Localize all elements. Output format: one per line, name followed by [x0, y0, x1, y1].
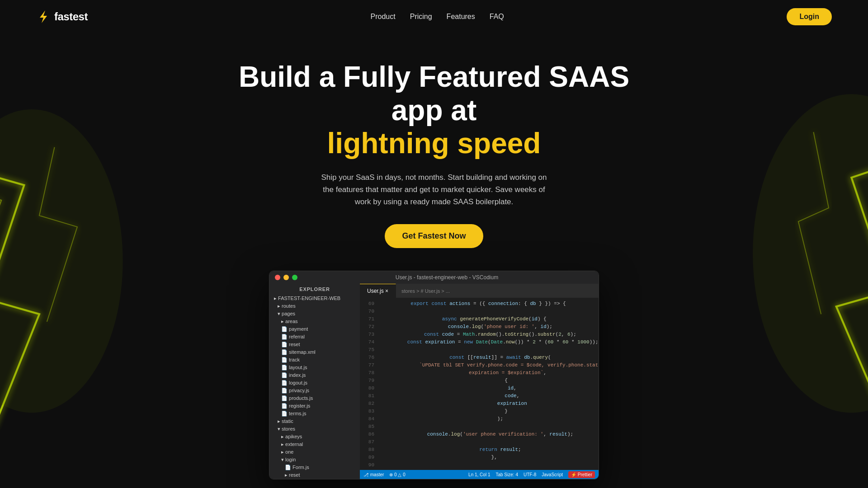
code-titlebar: User.js - fastest-engineer-web - VSCodiu…	[269, 271, 599, 284]
nav-features[interactable]: Features	[447, 13, 475, 20]
breadcrumb: stores > # User.js > ...	[396, 288, 599, 294]
logo-icon	[36, 9, 51, 24]
file-item[interactable]: 📄 layout.js	[269, 364, 360, 371]
status-language: JavaScript	[542, 472, 563, 477]
code-text: export const actions = ({ connection: { …	[378, 298, 599, 470]
nav-pricing[interactable]: Pricing	[410, 13, 432, 20]
file-item[interactable]: ▸ external	[269, 441, 360, 448]
hero-subtext: Ship your SaaS in days, not months. Star…	[316, 171, 552, 208]
file-item[interactable]: ▸ areas	[269, 318, 360, 325]
svg-marker-0	[40, 10, 47, 23]
file-item[interactable]: 📄 register.js	[269, 402, 360, 410]
hero-content: Build a Fully Featured SAAS app at light…	[9, 61, 859, 248]
file-item[interactable]: 📄 Form.js	[269, 464, 360, 471]
status-errors: ⊗ 0 △ 0	[389, 472, 405, 477]
file-item[interactable]: 📄 index.js	[269, 371, 360, 379]
window-minimize-dot	[283, 275, 289, 280]
file-item[interactable]: 📄 logout.js	[269, 379, 360, 387]
status-encoding: UTF-8	[524, 472, 536, 477]
file-item[interactable]: ▸ apikeys	[269, 433, 360, 441]
file-item[interactable]: 📄 terms.js	[269, 410, 360, 418]
login-button[interactable]: Login	[787, 8, 832, 25]
file-tree: ▸ FASTEST-ENGINEER-WEB ▸ routes ▾ pages …	[269, 295, 360, 479]
file-item[interactable]: ▸ one	[269, 448, 360, 456]
file-item[interactable]: 📄 products.js	[269, 394, 360, 402]
status-branch: ⎇ master	[363, 472, 384, 477]
file-item[interactable]: ▸ reset	[269, 471, 360, 479]
navbar: fastest Product Pricing Features FAQ Log…	[0, 0, 868, 33]
window-maximize-dot	[292, 275, 297, 280]
code-window: User.js - fastest-engineer-web - VSCodiu…	[269, 271, 599, 479]
file-sidebar: Explorer ▸ FASTEST-ENGINEER-WEB ▸ routes…	[269, 284, 360, 479]
status-bar: ⎇ master ⊗ 0 △ 0 Ln 1, Col 1 Tab Size: 4…	[360, 470, 599, 479]
hero-headline: Build a Fully Featured SAAS app at light…	[231, 61, 637, 160]
code-tab-user[interactable]: User.js ×	[360, 284, 396, 298]
code-tabs: User.js × stores > # User.js > ...	[360, 284, 599, 298]
status-tab: Tab Size: 4	[495, 472, 518, 477]
file-item[interactable]: ▾ stores	[269, 425, 360, 433]
nav-faq[interactable]: FAQ	[490, 13, 504, 20]
cta-button[interactable]: Get Fastest Now	[385, 224, 483, 248]
status-extension: ⚡ Prettier	[568, 471, 595, 478]
sidebar-header: Explorer	[269, 284, 360, 295]
titlebar-title: User.js - fastest-engineer-web - VSCodiu…	[301, 274, 593, 281]
hero-highlight: lightning speed	[327, 127, 541, 160]
code-content: 69 70 71 72 73 74 75 76 77 78 79 80 81 8…	[360, 298, 599, 470]
nav-links: Product Pricing Features FAQ	[371, 13, 504, 21]
nav-product[interactable]: Product	[371, 13, 396, 20]
file-item[interactable]: ▾ login	[269, 456, 360, 464]
window-close-dot	[275, 275, 280, 280]
code-body: Explorer ▸ FASTEST-ENGINEER-WEB ▸ routes…	[269, 284, 599, 479]
file-item[interactable]: 📄 payment	[269, 325, 360, 333]
hero-section: Build a Fully Featured SAAS app at light…	[0, 33, 868, 488]
file-item[interactable]: ▸ FASTEST-ENGINEER-WEB	[269, 295, 360, 302]
file-item[interactable]: 📄 track	[269, 356, 360, 364]
logo-text: fastest	[54, 10, 88, 23]
file-item[interactable]: 📄 referral	[269, 333, 360, 341]
file-item[interactable]: ▸ static	[269, 418, 360, 425]
code-main: User.js × stores > # User.js > ... 69 70…	[360, 284, 599, 479]
file-item[interactable]: ▸ routes	[269, 302, 360, 310]
line-numbers: 69 70 71 72 73 74 75 76 77 78 79 80 81 8…	[360, 298, 378, 470]
status-position: Ln 1, Col 1	[468, 472, 490, 477]
file-item[interactable]: ▾ pages	[269, 310, 360, 318]
logo[interactable]: fastest	[36, 9, 88, 24]
file-item[interactable]: 📄 sitemap.xml	[269, 348, 360, 356]
file-item[interactable]: 📄 reset	[269, 341, 360, 348]
file-item[interactable]: 📄 privacy.js	[269, 387, 360, 394]
